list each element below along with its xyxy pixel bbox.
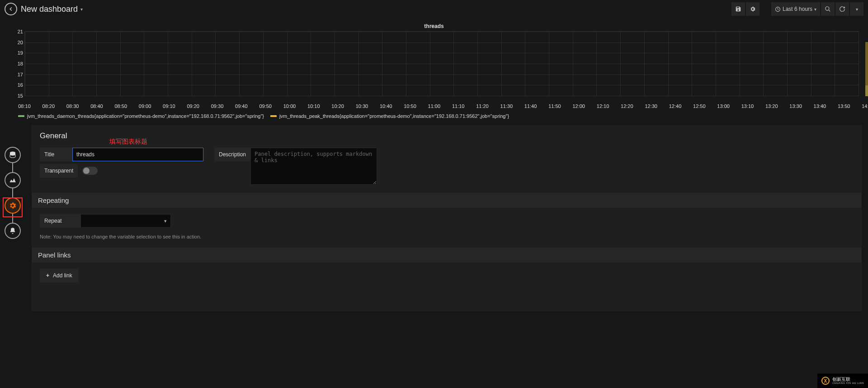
legend-swatch-icon (270, 115, 277, 117)
chart-x-axis: 08:1008:2008:3008:4008:5009:0009:1009:20… (15, 103, 859, 111)
save-icon (735, 6, 741, 12)
x-tick: 11:00 (428, 103, 441, 109)
x-tick: 09:40 (235, 103, 248, 109)
x-tick: 08:30 (66, 103, 79, 109)
panel-editor-nav (5, 147, 21, 239)
transparent-field-group: Transparent (40, 164, 203, 178)
x-tick: 12:10 (597, 103, 609, 109)
x-tick: 11:10 (452, 103, 465, 109)
top-actions (731, 2, 760, 16)
y-tick: 19 (14, 50, 23, 56)
x-tick: 08:50 (114, 103, 127, 109)
refresh-interval-dropdown[interactable]: ▾ (850, 2, 863, 16)
x-tick: 10:10 (307, 103, 320, 109)
section-repeating-heading[interactable]: Repeating (32, 193, 862, 208)
x-tick: 13:20 (765, 103, 778, 109)
x-tick: 14:00 (862, 103, 868, 109)
panel-editor: General 填写图表标题 Title Transparent Descrip… (32, 125, 862, 311)
repeat-field-group: Repeat (40, 214, 854, 228)
legend-label: jvm_threads_daemon_threads{application="… (27, 113, 264, 119)
caret-down-icon: ▾ (856, 7, 858, 12)
repeat-note: Note: You may need to change the variabl… (40, 228, 854, 239)
x-tick: 10:20 (331, 103, 344, 109)
x-tick: 13:10 (741, 103, 754, 109)
watermark-logo-icon: X (821, 377, 830, 385)
watermark-brand: 创新互联 (832, 377, 864, 382)
time-range-picker[interactable]: Last 6 hours ▾ (771, 2, 820, 16)
x-tick: 09:30 (211, 103, 224, 109)
x-tick: 12:40 (669, 103, 682, 109)
nav-visualization[interactable] (5, 172, 21, 188)
watermark: X 创新互联 CHUANG XIN HU LIAN (817, 374, 868, 388)
x-tick: 10:00 (283, 103, 296, 109)
legend-item[interactable]: jvm_threads_peak_threads{application="pr… (270, 113, 509, 119)
x-tick: 09:50 (259, 103, 272, 109)
transparent-toggle[interactable] (82, 167, 98, 175)
description-textarea[interactable] (250, 148, 377, 185)
chart-bar[interactable] (865, 42, 868, 96)
x-tick: 08:40 (90, 103, 103, 109)
x-tick: 11:20 (476, 103, 489, 109)
time-controls: Last 6 hours ▾ ▾ (771, 2, 863, 16)
legend-label: jvm_threads_peak_threads{application="pr… (279, 113, 509, 119)
bell-icon (9, 227, 16, 234)
title-label: Title (40, 148, 72, 161)
top-bar: New dashboard ▾ Last 6 hours ▾ ▾ (0, 0, 868, 18)
settings-button[interactable] (746, 2, 760, 16)
chart-body[interactable]: 15161718192021 (15, 31, 859, 103)
chart-area-icon (9, 176, 17, 184)
nav-general[interactable] (5, 197, 21, 214)
x-tick: 10:30 (356, 103, 368, 109)
repeat-select[interactable] (80, 214, 171, 228)
x-tick: 08:10 (18, 103, 31, 109)
description-label: Description (214, 148, 250, 161)
search-icon (825, 6, 831, 12)
x-tick: 12:00 (572, 103, 585, 109)
dashboard-title: New dashboard (21, 5, 78, 14)
arrow-left-icon (8, 6, 14, 12)
refresh-button[interactable] (835, 2, 849, 16)
x-tick: 11:50 (548, 103, 561, 109)
description-field-group: Description (214, 148, 377, 185)
y-tick: 15 (14, 93, 23, 98)
chart-title: threads (6, 20, 862, 31)
repeat-label: Repeat (40, 214, 80, 228)
transparent-label: Transparent (40, 164, 78, 178)
plus-icon: + (46, 272, 49, 279)
y-tick: 20 (14, 40, 23, 45)
nav-alert[interactable] (5, 223, 21, 239)
gear-icon (9, 201, 17, 210)
title-input[interactable] (72, 148, 203, 161)
zoom-out-button[interactable] (821, 2, 835, 16)
legend-item[interactable]: jvm_threads_daemon_threads{application="… (18, 113, 264, 119)
save-button[interactable] (731, 2, 745, 16)
dashboard-title-dropdown[interactable]: New dashboard ▾ (21, 5, 83, 14)
annotation-text: 填写图表标题 (109, 138, 147, 146)
x-tick: 09:00 (139, 103, 151, 109)
clock-icon (775, 6, 781, 12)
x-tick: 12:20 (621, 103, 633, 109)
x-tick: 12:50 (693, 103, 706, 109)
y-tick: 17 (14, 72, 23, 77)
nav-queries[interactable] (5, 147, 21, 163)
x-tick: 08:20 (42, 103, 55, 109)
section-general-heading: General (32, 125, 862, 145)
add-link-label: Add link (53, 272, 72, 279)
x-tick: 13:30 (789, 103, 802, 109)
x-tick: 09:10 (163, 103, 175, 109)
chart-grid: 15161718192021 (24, 31, 859, 96)
database-icon (9, 151, 17, 159)
y-tick: 16 (14, 82, 23, 88)
title-field-group: Title (40, 148, 203, 161)
add-link-button[interactable]: + Add link (40, 269, 79, 282)
caret-down-icon: ▾ (814, 7, 816, 12)
chart-legend: jvm_threads_daemon_threads{application="… (6, 111, 862, 122)
back-button[interactable] (5, 3, 17, 15)
chart-panel: threads 15161718192021 08:1008:2008:3008… (6, 20, 862, 122)
caret-down-icon: ▾ (80, 7, 83, 12)
y-tick: 18 (14, 61, 23, 66)
time-range-label: Last 6 hours (783, 6, 812, 12)
x-tick: 13:00 (717, 103, 730, 109)
section-panel-links-heading[interactable]: Panel links (32, 248, 862, 262)
x-tick: 12:30 (645, 103, 657, 109)
